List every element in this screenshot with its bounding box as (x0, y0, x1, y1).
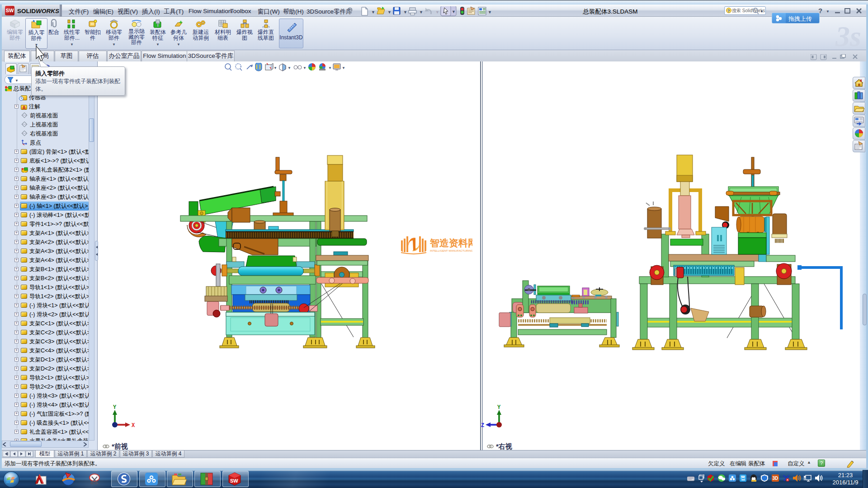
svg-text:▼: ▼ (371, 10, 375, 14)
svg-text:▼: ▼ (274, 66, 277, 70)
svg-text:▼: ▼ (387, 10, 392, 14)
svg-text:INTELLIGENT MANUFACTURING DATA: INTELLIGENT MANUFACTURING DATA (430, 249, 472, 252)
svg-text:SW: SW (230, 478, 238, 483)
svg-text:▼: ▼ (760, 9, 764, 14)
svg-text:Y: Y (497, 404, 501, 411)
svg-text:▼: ▼ (342, 66, 345, 70)
svg-text:▼: ▼ (488, 10, 491, 14)
svg-text:Z: Z (481, 422, 484, 428)
svg-text:▼: ▼ (452, 9, 456, 14)
svg-text:?: ? (727, 9, 730, 13)
svg-text:▼: ▼ (328, 66, 332, 70)
svg-text:▼: ▼ (403, 10, 407, 14)
svg-text:▼: ▼ (303, 66, 307, 70)
svg-text:▼: ▼ (15, 79, 19, 83)
svg-text:3D: 3D (773, 476, 778, 481)
svg-text:X: X (132, 422, 135, 428)
svg-text:▼: ▼ (288, 66, 291, 70)
svg-text:▼: ▼ (435, 10, 439, 14)
svg-text:Y: Y (113, 404, 117, 411)
svg-text:▼: ▼ (419, 10, 423, 14)
svg-text:智造资料网: 智造资料网 (429, 238, 472, 248)
